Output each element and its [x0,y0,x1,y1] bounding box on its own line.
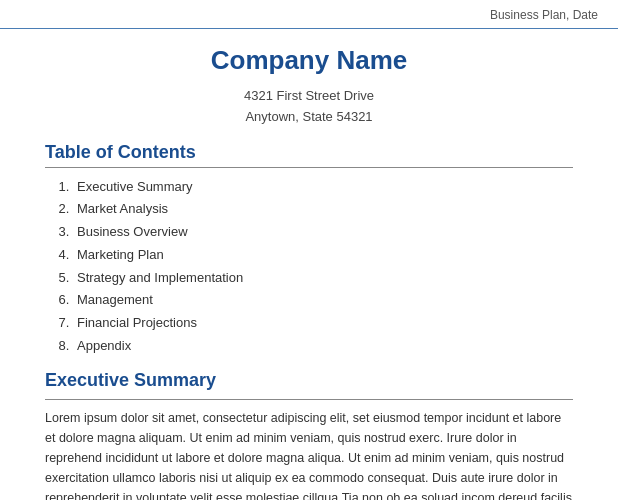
address-line2: Anytown, State 54321 [45,107,573,128]
address-block: 4321 First Street Drive Anytown, State 5… [45,86,573,128]
toc-section: Table of Contents Executive Summary Mark… [45,142,573,358]
toc-title: Table of Contents [45,142,573,163]
list-item: Executive Summary [73,176,573,199]
list-item: Financial Projections [73,312,573,335]
exec-divider [45,399,573,400]
list-item: Marketing Plan [73,244,573,267]
page-container: Business Plan, Date Company Name 4321 Fi… [0,0,618,500]
toc-divider [45,167,573,168]
list-item: Market Analysis [73,198,573,221]
exec-summary-body: Lorem ipsum dolor sit amet, consectetur … [45,408,573,500]
list-item: Management [73,289,573,312]
company-name: Company Name [45,45,573,76]
list-item: Strategy and Implementation [73,267,573,290]
exec-body-text: Lorem ipsum dolor sit amet, consectetur … [45,411,572,500]
address-line1: 4321 First Street Drive [45,86,573,107]
main-content: Company Name 4321 First Street Drive Any… [0,29,618,500]
header-bar: Business Plan, Date [0,0,618,29]
list-item: Appendix [73,335,573,358]
toc-list: Executive Summary Market Analysis Busine… [45,176,573,358]
exec-summary-title: Executive Summary [45,370,573,391]
header-text: Business Plan, Date [490,8,598,22]
list-item: Business Overview [73,221,573,244]
